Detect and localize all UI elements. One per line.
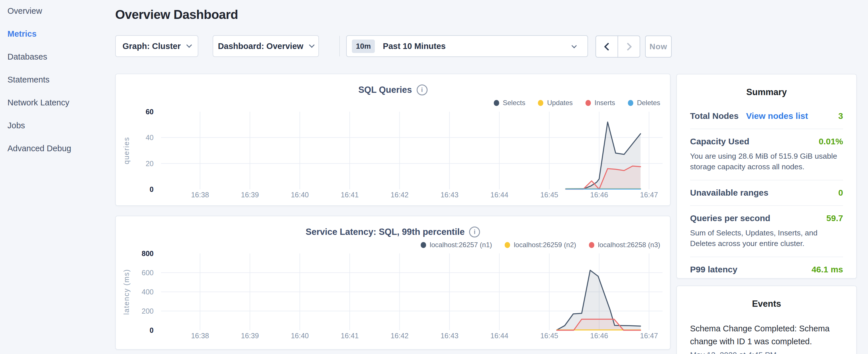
chevron-down-icon [186,42,192,48]
sidebar-item-advanced-debug[interactable]: Advanced Debug [7,142,71,154]
page-title: Overview Dashboard [115,7,238,22]
sidebar-item-statements[interactable]: Statements [7,74,50,85]
svg-text:0: 0 [150,326,154,334]
svg-text:20: 20 [146,160,154,167]
event-timestamp: May 13, 2020 at 4:45 PM [690,351,843,354]
svg-text:16:47: 16:47 [640,332,658,340]
sidebar-item-network-latency[interactable]: Network Latency [7,97,69,108]
stat-value: 0.01% [819,137,843,147]
svg-text:16:44: 16:44 [490,332,508,340]
stat-value: 59.7 [827,213,843,223]
svg-text:16:39: 16:39 [241,332,259,340]
sql-queries-chart: 16:3816:3916:4016:4116:4216:4316:4416:45… [116,74,671,205]
summary-stat-row: Queries per second59.7Sum of Selects, Up… [690,206,843,257]
chevron-down-icon [571,43,577,48]
stat-label: Unavailable ranges [690,188,768,198]
svg-text:60: 60 [146,108,154,116]
stat-label: Total Nodes [690,111,739,121]
events-title: Events [677,286,856,309]
summary-stat-row: Total NodesView nodes list3 [690,104,843,129]
events-panel: Events Schema Change Completed: Schema c… [676,286,857,354]
svg-text:16:42: 16:42 [391,191,409,199]
stat-value: 46.1 ms [811,265,843,275]
time-back-button[interactable] [596,36,618,57]
stat-description: Sum of Selects, Updates, Inserts, and De… [690,228,843,249]
svg-text:16:46: 16:46 [590,332,608,340]
time-range-badge: 10m [352,39,375,53]
event-item: Schema Change Completed: Schema change w… [690,322,843,354]
stat-value: 3 [838,111,843,121]
summary-panel: Summary Total NodesView nodes list3Capac… [676,74,857,279]
stat-label: Capacity Used [690,137,749,147]
sidebar-item-jobs[interactable]: Jobs [7,120,25,131]
svg-text:0: 0 [150,185,154,193]
svg-text:16:41: 16:41 [341,332,359,340]
stat-label: Queries per second [690,213,770,223]
svg-text:latency (ms): latency (ms) [122,269,130,315]
event-text: Schema Change Completed: Schema change w… [690,322,843,348]
stat-value: 0 [838,188,843,198]
svg-text:queries: queries [122,137,130,164]
svg-text:800: 800 [142,250,154,257]
graph-scope-dropdown[interactable]: Graph: Cluster [115,35,198,57]
sidebar-item-databases[interactable]: Databases [7,51,47,62]
summary-stat-row: Capacity Used0.01%You are using 28.6 MiB… [690,129,843,181]
svg-text:16:38: 16:38 [191,191,209,199]
view-nodes-list-link[interactable]: View nodes list [746,111,808,121]
summary-stat-row: Unavailable ranges0 [690,181,843,206]
chevron-left-icon [604,42,612,51]
svg-text:16:39: 16:39 [241,191,259,199]
svg-text:16:40: 16:40 [291,191,309,199]
svg-text:16:44: 16:44 [490,191,508,199]
graph-scope-dropdown-label: Graph: Cluster [122,41,181,51]
svg-text:16:45: 16:45 [540,191,558,199]
time-forward-button[interactable] [618,36,640,57]
svg-text:16:43: 16:43 [440,191,459,199]
svg-text:16:41: 16:41 [341,191,359,199]
svg-text:16:38: 16:38 [191,332,209,340]
stat-label: P99 latency [690,265,737,275]
dashboard-dropdown-label: Dashboard: Overview [218,41,303,51]
svg-text:16:47: 16:47 [640,191,658,199]
svg-text:40: 40 [146,133,154,141]
dashboard-dropdown[interactable]: Dashboard: Overview [213,35,319,57]
service-latency-chart-card: Service Latency: SQL, 99th percentile i … [115,216,671,350]
chevron-down-icon [309,42,315,48]
summary-title: Summary [677,74,856,97]
sidebar-item-overview[interactable]: Overview [7,5,42,17]
svg-text:600: 600 [142,269,154,277]
sql-queries-chart-card: SQL Queries i SelectsUpdatesInsertsDelet… [115,74,671,206]
chevron-right-icon [624,42,631,51]
svg-text:16:45: 16:45 [540,332,558,340]
svg-text:200: 200 [142,307,154,315]
service-latency-chart: 16:3816:3916:4016:4116:4216:4316:4416:45… [116,216,671,349]
stat-description: You are using 28.6 MiB of 515.9 GiB usab… [690,151,843,172]
time-range-selector[interactable]: 10m Past 10 Minutes [346,35,588,57]
svg-text:400: 400 [142,288,154,296]
time-range-arrows [595,35,640,58]
sidebar: OverviewMetricsDatabasesStatementsNetwor… [0,0,115,354]
toolbar-divider [339,36,340,57]
now-button[interactable]: Now [645,35,672,58]
time-range-label: Past 10 Minutes [383,41,445,51]
svg-text:16:43: 16:43 [440,332,459,340]
svg-text:16:40: 16:40 [291,332,309,340]
svg-text:16:42: 16:42 [391,332,409,340]
sidebar-item-metrics[interactable]: Metrics [7,28,37,39]
summary-stat-row: P99 latency46.1 ms [690,257,843,282]
svg-text:16:46: 16:46 [590,191,608,199]
